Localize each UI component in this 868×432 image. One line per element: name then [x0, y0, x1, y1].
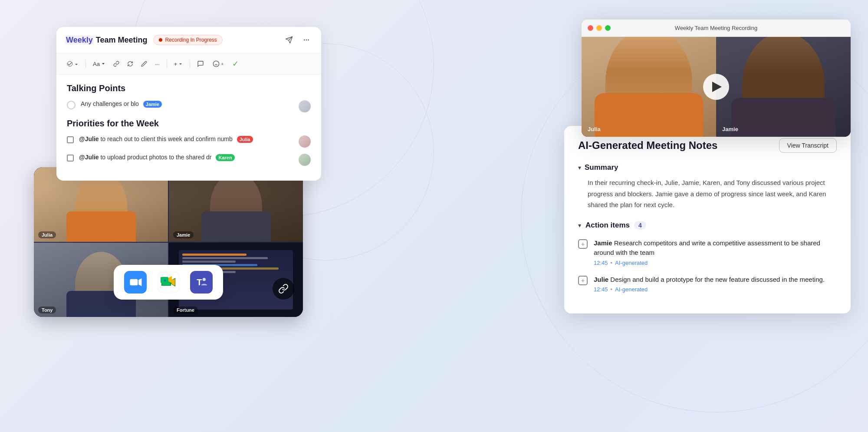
video-call-photo: Julia Jamie Tony [34, 167, 303, 317]
recording-badge: Recording In Progress [153, 35, 222, 45]
item-text-1: Any challenges or blo Jamie [81, 100, 293, 108]
play-triangle [712, 82, 722, 92]
card-header: Weekly Team Meeting Recording In Progres… [56, 27, 321, 53]
action-count-badge: 4 [634, 221, 646, 230]
action-2-source: AI-generated [615, 286, 648, 293]
task-item-2: @Julie to upload product photos to the s… [67, 154, 311, 166]
svg-point-4 [308, 40, 309, 41]
toolbar-divider-1 [85, 59, 86, 68]
toolbar-group-format: Aa ··· [89, 59, 163, 69]
comment-btn[interactable] [194, 58, 207, 69]
window-controls [588, 25, 611, 31]
video-preview: Julia Jamie [582, 37, 851, 137]
toolbar-group-insert: + [171, 59, 187, 69]
check-btn[interactable] [63, 59, 82, 69]
zoom-app-icon[interactable] [124, 271, 147, 293]
avatar-3 [299, 154, 311, 166]
task-item-1: @Julie to reach out to client this week … [67, 135, 311, 148]
svg-text:T: T [197, 277, 202, 287]
window-titlebar: Weekly Team Meeting Recording [582, 20, 851, 37]
preview-tile-2: Jamie [716, 37, 851, 137]
avatar-1 [299, 100, 311, 112]
insert-btn[interactable]: + [171, 59, 187, 69]
action-1-source: AI-generated [615, 260, 648, 266]
action-item-2-content: Julie Design and build a prototype for t… [594, 275, 837, 293]
minimize-window-btn[interactable] [596, 25, 602, 31]
tile-label-fortune: Fortune [173, 307, 198, 313]
action-2-description: Design and build a prototype for the new… [610, 276, 825, 283]
action-item-2: + Julie Design and build a prototype for… [578, 275, 837, 293]
talking-points-title: Talking Points [67, 83, 311, 93]
summary-heading-text: Summary [585, 163, 618, 172]
toolbar-group-check [63, 59, 82, 69]
recording-dot [159, 38, 162, 42]
teams-app-icon[interactable]: T [190, 271, 213, 293]
ellipsis-btn[interactable]: ··· [151, 59, 163, 69]
add-action-2-btn[interactable]: + [578, 276, 588, 285]
more-icon[interactable] [300, 34, 312, 46]
square-checkbox-2[interactable] [67, 155, 74, 162]
action-2-time: 12:45 [594, 286, 608, 293]
preview-tile-1: Julia [582, 37, 716, 137]
add-action-1-btn[interactable]: + [578, 239, 588, 249]
task-text-1: @Julie to reach out to client this week … [79, 135, 293, 143]
action-2-assignee: Julie [594, 276, 608, 283]
tile-label-julia: Julia [38, 231, 56, 238]
tile-label-tony: Tony [38, 307, 56, 313]
tile-label-jamie: Jamie [173, 231, 194, 238]
app-dock: T [114, 265, 223, 300]
circle-checkbox-1[interactable] [67, 101, 76, 109]
svg-point-3 [306, 40, 307, 41]
preview-label-jamie: Jamie [722, 126, 738, 132]
avatar-2 [299, 135, 311, 148]
checklist-item-1: Any challenges or blo Jamie [67, 100, 311, 112]
view-transcript-btn[interactable]: View Transcript [779, 138, 837, 153]
action-items-chevron-icon[interactable]: ▾ [578, 222, 581, 229]
svg-point-6 [214, 61, 219, 66]
screen-share-icon [273, 278, 294, 300]
title-highlight: Weekly [65, 36, 94, 44]
summary-text: In their recurring check-in, Julie, Jami… [588, 177, 837, 211]
close-window-btn[interactable] [588, 25, 593, 31]
action-1-description: Research competitors and write a competi… [594, 239, 820, 257]
summary-heading: ▾ Summary [578, 163, 837, 172]
priorities-title: Priorities for the Week [67, 119, 311, 129]
assignee-tag-julia: Julia [237, 136, 253, 143]
square-checkbox-1[interactable] [67, 136, 74, 143]
ai-notes-panel: AI-Generated Meeting Notes View Transcri… [564, 126, 851, 313]
svg-rect-10 [130, 279, 138, 285]
task-text-2: @Julie to upload product photos to the s… [79, 154, 293, 161]
assignee-tag-karen: Karen [216, 154, 234, 161]
share-icon[interactable] [283, 34, 295, 46]
loop-btn[interactable] [124, 59, 137, 69]
pen-btn[interactable] [138, 59, 151, 69]
toolbar-divider-2 [167, 59, 167, 68]
assignee-tag-jamie: Jamie [143, 101, 162, 108]
action-items-heading: ▾ Action items 4 [578, 221, 837, 230]
meeting-notes-card: Weekly Team Meeting Recording In Progres… [56, 27, 321, 181]
svg-point-20 [203, 278, 206, 281]
link-btn[interactable] [110, 59, 123, 69]
emoji-btn[interactable]: + [209, 58, 227, 69]
maximize-window-btn[interactable] [605, 25, 611, 31]
action-item-1-content: Jamie Research competitors and write a c… [594, 238, 837, 266]
font-btn[interactable]: Aa [89, 59, 109, 69]
action-2-meta: 12:45 • AI-generated [594, 286, 837, 293]
recording-window: Weekly Team Meeting Recording Julia Jami… [582, 20, 851, 137]
action-items-heading-text: Action items [585, 221, 630, 230]
ai-notes-header: AI-Generated Meeting Notes View Transcri… [578, 138, 837, 153]
action-1-time: 12:45 [594, 260, 608, 266]
card-content: Talking Points Any challenges or blo Jam… [56, 75, 321, 181]
toolbar-divider-3 [190, 59, 190, 68]
complete-btn[interactable]: ✓ [229, 57, 242, 71]
action-1-assignee: Jamie [594, 239, 612, 247]
google-meet-icon[interactable] [157, 271, 180, 293]
action-1-meta: 12:45 • AI-generated [594, 260, 837, 266]
preview-label-julia: Julia [588, 126, 601, 132]
header-icons [283, 34, 312, 46]
summary-chevron-icon[interactable]: ▾ [578, 164, 581, 171]
action-item-1-text: Jamie Research competitors and write a c… [594, 238, 837, 258]
toolbar: Aa ··· + + [56, 53, 321, 75]
play-button[interactable] [703, 74, 729, 100]
window-title: Weekly Team Meeting Recording [675, 25, 757, 31]
